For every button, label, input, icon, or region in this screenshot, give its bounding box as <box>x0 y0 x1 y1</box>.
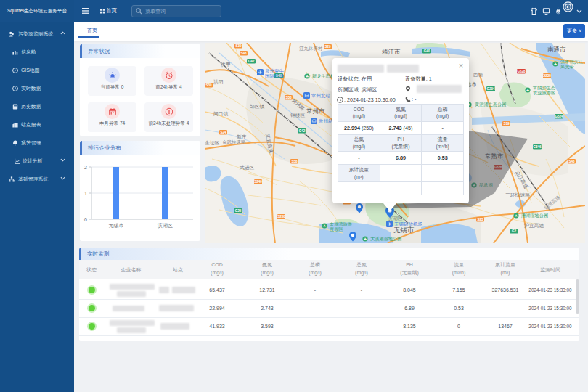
svg-text:1: 1 <box>84 191 87 196</box>
svg-text:S230: S230 <box>277 215 285 219</box>
svg-text:G40: G40 <box>424 49 430 53</box>
svg-text:风光带: 风光带 <box>560 64 574 70</box>
svg-text:新庄: 新庄 <box>237 134 247 139</box>
svg-text:☘: ☘ <box>364 237 367 241</box>
svg-text:无锡市: 无锡市 <box>109 222 124 229</box>
svg-text:大溪港湿地公园: 大溪港湿地公园 <box>370 236 401 242</box>
svg-text:⛁: ⛁ <box>312 118 317 123</box>
svg-text:G42: G42 <box>248 60 255 63</box>
svg-text:☘: ☘ <box>526 89 529 92</box>
svg-text:常州站: 常州站 <box>319 118 333 124</box>
svg-text:常州奔牛: 常州奔牛 <box>265 68 285 73</box>
svg-text:S38: S38 <box>285 96 292 99</box>
svg-text:G25: G25 <box>235 209 242 213</box>
svg-text:2: 2 <box>84 165 87 170</box>
svg-text:☘: ☘ <box>306 75 309 78</box>
svg-text:S48: S48 <box>568 160 575 163</box>
svg-text:S19: S19 <box>503 122 510 126</box>
svg-text:G42: G42 <box>299 129 306 133</box>
svg-text:✈: ✈ <box>258 70 263 75</box>
svg-text:S29: S29 <box>324 45 331 49</box>
svg-text:金坛区: 金坛区 <box>205 140 220 145</box>
svg-text:常州市: 常州市 <box>306 107 325 115</box>
svg-text:邹区镇: 邹区镇 <box>250 104 265 110</box>
svg-text:洪甲: 洪甲 <box>221 62 231 68</box>
svg-text:新龙生态林: 新龙生态林 <box>311 73 335 78</box>
svg-text:S24: S24 <box>220 131 226 134</box>
svg-text:G346: G346 <box>533 145 542 149</box>
svg-text:南通市: 南通市 <box>547 46 566 53</box>
svg-text:☘: ☘ <box>323 224 326 228</box>
svg-text:S240: S240 <box>254 180 262 184</box>
svg-text:☘: ☘ <box>554 62 557 66</box>
svg-text:S39: S39 <box>205 83 212 87</box>
svg-text:农业旅游区: 农业旅游区 <box>533 90 555 96</box>
svg-text:S39: S39 <box>235 44 242 48</box>
svg-text:0: 0 <box>84 217 87 222</box>
svg-text:✈: ✈ <box>388 221 392 226</box>
svg-text:⛁: ⛁ <box>305 93 309 98</box>
svg-text:金武快速路: 金武快速路 <box>222 139 246 145</box>
svg-text:无锡硕放机场: 无锡硕放机场 <box>394 221 422 227</box>
svg-text:黄泗浦生态公园: 黄泗浦生态公园 <box>475 102 506 107</box>
svg-text:G2: G2 <box>512 229 517 233</box>
svg-text:S58: S58 <box>291 160 298 163</box>
svg-text:江九休养村: 江九休养村 <box>299 46 323 52</box>
svg-text:国际机场: 国际机场 <box>265 73 284 79</box>
svg-text:漕湖湿地公园: 漕湖湿地公园 <box>521 213 548 219</box>
svg-text:☘: ☘ <box>515 214 518 218</box>
svg-text:闸口镇: 闸口镇 <box>213 111 229 117</box>
svg-text:靖江市: 靖江市 <box>382 48 401 55</box>
svg-text:西塘: 西塘 <box>473 72 483 78</box>
svg-text:三环快速路: 三环快速路 <box>505 192 530 198</box>
svg-text:度假区: 度假区 <box>330 226 343 232</box>
svg-text:沪宜高速: 沪宜高速 <box>524 223 544 229</box>
svg-text:无锡市: 无锡市 <box>393 226 415 234</box>
svg-text:滨湖区: 滨湖区 <box>158 222 173 229</box>
svg-text:武进区: 武进区 <box>239 165 255 171</box>
svg-text:洪阳: 洪阳 <box>213 79 224 85</box>
svg-text:S48: S48 <box>240 52 247 55</box>
svg-text:S23: S23 <box>477 218 483 221</box>
svg-text:S238: S238 <box>543 74 551 78</box>
svg-text:G524: G524 <box>555 115 563 118</box>
svg-text:G528: G528 <box>517 70 526 73</box>
svg-text:钟楼区: 钟楼区 <box>290 113 306 118</box>
svg-text:G204: G204 <box>486 87 495 91</box>
svg-text:常州北站: 常州北站 <box>311 93 331 99</box>
